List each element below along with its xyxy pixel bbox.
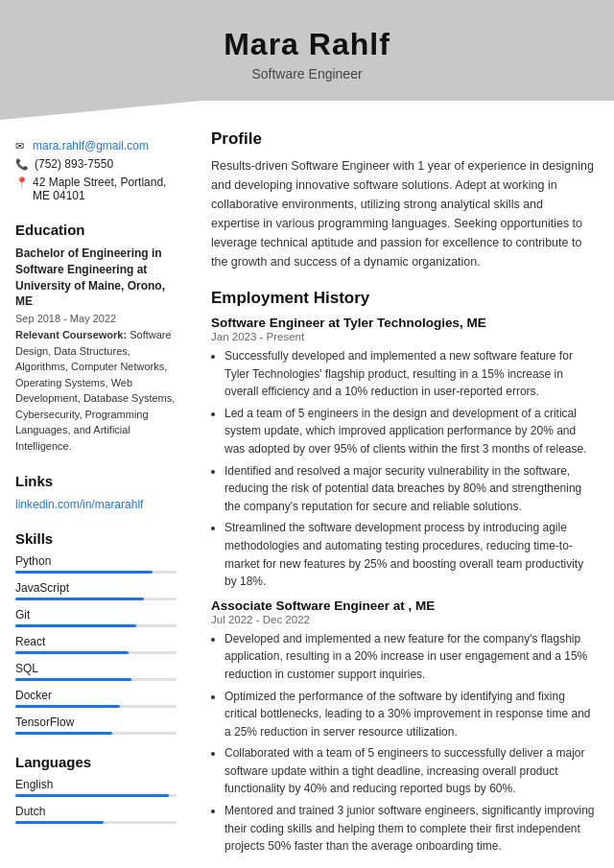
phone-item: 📞 (752) 893-7550 (15, 157, 177, 171)
phone-icon: 📞 (15, 158, 29, 171)
job-bullet: Identified and resolved a major security… (224, 462, 595, 516)
skill-bar-fill (15, 678, 131, 681)
job-item: Software Engineer at Tyler Technologies,… (211, 316, 595, 591)
skill-name: Docker (15, 689, 177, 702)
header: Mara Rahlf Software Engineer (0, 0, 614, 101)
job-bullet: Mentored and trained 3 junior software e… (224, 802, 595, 856)
job-title: Software Engineer at Tyler Technologies,… (211, 316, 595, 330)
edu-courses-label: Relevant Coursework: (15, 329, 130, 340)
skill-name: JavaScript (15, 581, 177, 595)
phone-text: (752) 893-7550 (35, 157, 113, 171)
skill-item: TensorFlow (15, 716, 177, 735)
skill-item: JavaScript (15, 581, 177, 600)
address-item: 📍 42 Maple Street, Portland, ME 04101 (15, 176, 177, 202)
language-item: Dutch (15, 805, 177, 824)
job-date: Jan 2023 - Present (211, 331, 595, 342)
languages-section: Languages English Dutch (15, 754, 177, 824)
profile-title: Profile (211, 129, 595, 151)
skill-item: React (15, 635, 177, 654)
job-bullet: Streamlined the software development pro… (224, 519, 595, 590)
skill-bar-bg (15, 624, 177, 627)
languages-title: Languages (15, 754, 177, 770)
language-item: English (15, 778, 177, 797)
skill-bar-bg (15, 598, 177, 600)
skill-name: Git (15, 608, 177, 622)
language-bar-bg (15, 794, 177, 797)
sidebar: ✉ mara.rahlf@gmail.com 📞 (752) 893-7550 … (0, 101, 192, 862)
skill-bar-bg (15, 705, 177, 708)
skill-bar-fill (15, 571, 153, 574)
email-link[interactable]: mara.rahlf@gmail.com (33, 139, 149, 152)
skill-bar-bg (15, 571, 177, 574)
job-bullet: Successfully developed and implemented a… (224, 347, 595, 401)
links-title: Links (15, 473, 177, 489)
skills-section: Skills Python JavaScript Git React SQL (15, 530, 177, 735)
skill-item: Docker (15, 689, 177, 708)
job-bullet: Optimized the performance of the softwar… (224, 688, 595, 741)
linkedin-link[interactable]: linkedin.com/in/mararahlf (15, 498, 143, 511)
job-title: Associate Software Engineer at , ME (211, 598, 595, 613)
skill-name: React (15, 635, 177, 648)
contact-section: ✉ mara.rahlf@gmail.com 📞 (752) 893-7550 … (15, 139, 177, 202)
job-bullet: Developed and implemented a new feature … (224, 630, 595, 684)
skill-item: SQL (15, 662, 177, 681)
profile-text: Results-driven Software Engineer with 1 … (211, 156, 595, 271)
language-bar-fill (15, 794, 169, 797)
languages-list: English Dutch (15, 778, 177, 824)
skill-bar-bg (15, 651, 177, 654)
language-bar-fill (15, 821, 104, 824)
language-bar-bg (15, 821, 177, 824)
edu-degree: Bachelor of Engineering in Software Engi… (15, 246, 177, 310)
skill-bar-bg (15, 732, 177, 735)
edu-courses-text: Software Design, Data Structures, Algori… (15, 329, 175, 452)
job-bullet: Collaborated with a team of 5 engineers … (224, 744, 595, 798)
edu-dates: Sep 2018 - May 2022 (15, 313, 177, 324)
profile-section: Profile Results-driven Software Engineer… (211, 129, 595, 271)
header-title: Software Engineer (19, 66, 595, 82)
job-bullets: Successfully developed and implemented a… (211, 347, 595, 591)
skill-bar-bg (15, 678, 177, 681)
skills-list: Python JavaScript Git React SQL (15, 554, 177, 735)
location-icon: 📍 (15, 176, 27, 189)
skill-name: TensorFlow (15, 716, 177, 729)
skill-bar-fill (15, 732, 112, 735)
job-bullet: Led a team of 5 engineers in the design … (224, 405, 595, 458)
job-bullets: Developed and implemented a new feature … (211, 630, 595, 856)
edu-courses: Relevant Coursework: Software Design, Da… (15, 327, 177, 454)
address-text: 42 Maple Street, Portland, ME 04101 (33, 176, 177, 202)
skill-bar-fill (15, 598, 144, 600)
education-section: Education Bachelor of Engineering in Sof… (15, 222, 177, 454)
links-section: Links linkedin.com/in/mararahlf (15, 473, 177, 511)
job-item: Associate Software Engineer at , ME Jul … (211, 598, 595, 856)
email-icon: ✉ (15, 140, 27, 152)
language-name: English (15, 778, 177, 791)
header-name: Mara Rahlf (19, 27, 595, 62)
skill-bar-fill (15, 651, 129, 654)
education-title: Education (15, 222, 177, 238)
email-item: ✉ mara.rahlf@gmail.com (15, 139, 177, 152)
job-date: Jul 2022 - Dec 2022 (211, 614, 595, 625)
skills-title: Skills (15, 530, 177, 547)
jobs-list: Software Engineer at Tyler Technologies,… (211, 316, 595, 856)
skill-item: Python (15, 554, 177, 574)
employment-section: Employment History Software Engineer at … (211, 289, 595, 856)
employment-title: Employment History (211, 289, 595, 310)
skill-name: SQL (15, 662, 177, 675)
skill-bar-fill (15, 705, 120, 708)
main-layout: ✉ mara.rahlf@gmail.com 📞 (752) 893-7550 … (0, 101, 614, 868)
content: Profile Results-driven Software Engineer… (192, 101, 614, 868)
skill-item: Git (15, 608, 177, 627)
skill-bar-fill (15, 624, 136, 627)
skill-name: Python (15, 554, 177, 568)
language-name: Dutch (15, 805, 177, 818)
